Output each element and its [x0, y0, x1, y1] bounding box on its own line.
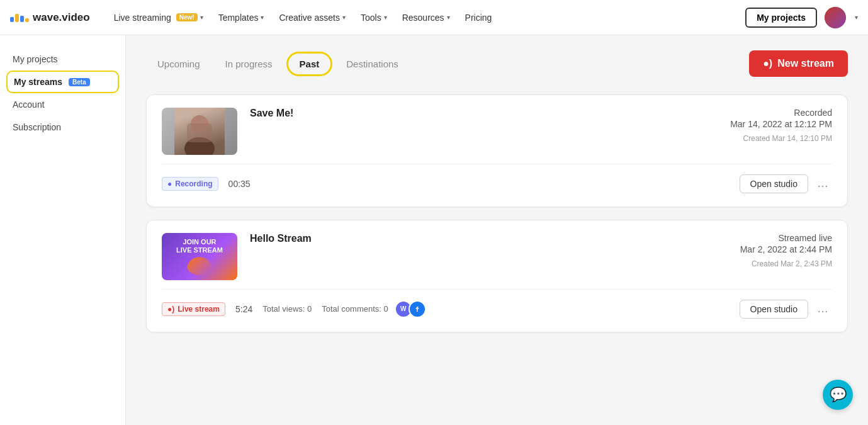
tab-in-progress[interactable]: In progress — [214, 54, 284, 74]
chat-icon: 💬 — [830, 387, 847, 403]
tab-upcoming[interactable]: Upcoming — [146, 54, 211, 74]
tab-past[interactable]: Past — [286, 52, 333, 76]
recording-tag: ● Recording — [162, 177, 218, 191]
nav-creative-assets[interactable]: Creative assets ▾ — [273, 9, 351, 26]
card-meta: Streamed live Mar 2, 2022 at 2:44 PM Cre… — [740, 233, 832, 268]
facebook-icon — [414, 305, 421, 313]
new-stream-button[interactable]: ●) New stream — [749, 50, 848, 77]
stream-duration: 00:35 — [228, 179, 251, 189]
main-content: Upcoming In progress Past Destinations ●… — [126, 35, 868, 425]
nav-tools[interactable]: Tools ▾ — [354, 9, 393, 26]
new-badge: New! — [176, 13, 198, 21]
sidebar-item-my-projects[interactable]: My projects — [0, 48, 125, 71]
tabs: Upcoming In progress Past Destinations — [146, 52, 749, 76]
card-bottom: ● Recording 00:35 Open studio … — [162, 164, 832, 194]
tab-destinations[interactable]: Destinations — [335, 54, 410, 74]
nav-right: My projects ▾ — [745, 7, 858, 28]
logo-text: wave.video — [33, 11, 90, 24]
chevron-down-icon: ▾ — [447, 14, 450, 21]
stream-title: Hello Stream — [250, 233, 740, 244]
stream-status: Streamed live — [740, 233, 832, 243]
logo-icon — [10, 11, 29, 25]
stream-status: Recorded — [730, 108, 832, 118]
platform-icons: W — [398, 300, 426, 318]
person-icon — [181, 114, 218, 155]
more-options-button[interactable]: … — [813, 173, 832, 194]
card-actions: Open studio … — [740, 173, 833, 194]
open-studio-button[interactable]: Open studio — [740, 300, 809, 319]
total-comments-label: Total comments: 0 — [322, 304, 388, 314]
sidebar-item-subscription[interactable]: Subscription — [0, 116, 125, 139]
stream-card: Save Me! Recorded Mar 14, 2022 at 12:12 … — [146, 94, 848, 207]
sidebar-item-account[interactable]: Account — [0, 93, 125, 116]
thumbnail-image — [174, 108, 225, 155]
ellipsis-icon: … — [817, 302, 828, 315]
chevron-down-icon: ▾ — [200, 14, 203, 21]
nav-pricing[interactable]: Pricing — [459, 9, 499, 26]
card-meta: Recorded Mar 14, 2022 at 12:12 PM Create… — [730, 108, 832, 143]
ellipsis-icon: … — [817, 177, 828, 190]
sidebar-item-my-streams[interactable]: My streams Beta — [6, 71, 119, 93]
facebook-platform-icon — [409, 300, 426, 318]
svg-rect-6 — [187, 123, 212, 142]
avatar-button[interactable] — [825, 7, 846, 28]
stream-thumbnail: JOIN OURLIVE STREAM — [162, 233, 237, 280]
sidebar: My projects My streams Beta Account Subs… — [0, 35, 126, 425]
stream-date: Mar 2, 2022 at 2:44 PM — [740, 244, 832, 254]
stream-title: Save Me! — [250, 108, 730, 119]
card-info: Hello Stream — [250, 233, 740, 268]
stream-card: JOIN OURLIVE STREAM Hello Stream Streame… — [146, 220, 848, 332]
card-actions: Open studio … — [740, 298, 833, 319]
my-projects-button[interactable]: My projects — [745, 8, 817, 28]
more-options-button[interactable]: … — [813, 298, 832, 319]
svg-rect-1 — [15, 14, 19, 22]
stream-date: Mar 14, 2022 at 12:12 PM — [730, 119, 832, 129]
card-bottom: ●) Live stream 5:24 Total views: 0 Total… — [162, 289, 832, 319]
chat-button[interactable]: 💬 — [823, 380, 853, 410]
svg-rect-3 — [25, 18, 29, 22]
nav-templates[interactable]: Templates ▾ — [212, 9, 271, 26]
stream-created: Created Mar 14, 12:10 PM — [730, 134, 832, 143]
chevron-down-icon: ▾ — [261, 14, 264, 21]
svg-rect-2 — [20, 16, 24, 22]
stream-created: Created Mar 2, 2:43 PM — [740, 259, 832, 268]
live-broadcast-icon: ●) — [763, 58, 772, 69]
tabs-row: Upcoming In progress Past Destinations ●… — [146, 50, 848, 77]
live-icon: ●) — [167, 305, 174, 314]
open-studio-button[interactable]: Open studio — [740, 174, 809, 193]
stream-duration: 5:24 — [235, 304, 252, 314]
thumbnail-text: JOIN OURLIVE STREAM — [176, 238, 223, 254]
chevron-down-icon: ▾ — [384, 14, 387, 21]
beta-badge: Beta — [69, 78, 90, 86]
avatar-chevron-icon: ▾ — [855, 14, 858, 21]
stream-thumbnail — [162, 108, 237, 155]
recording-icon: ● — [167, 179, 172, 188]
card-info: Save Me! — [250, 108, 730, 143]
card-top: Save Me! Recorded Mar 14, 2022 at 12:12 … — [162, 108, 832, 155]
live-stream-tag: ●) Live stream — [162, 302, 225, 316]
avatar — [825, 7, 846, 28]
nav-live-streaming[interactable]: Live streaming New! ▾ — [108, 9, 210, 26]
nav-resources[interactable]: Resources ▾ — [396, 9, 456, 26]
main-layout: My projects My streams Beta Account Subs… — [0, 35, 868, 425]
card-top-row: Save Me! Recorded Mar 14, 2022 at 12:12 … — [250, 108, 832, 143]
total-views-label: Total views: 0 — [262, 304, 312, 314]
chevron-down-icon: ▾ — [342, 14, 346, 21]
card-top: JOIN OURLIVE STREAM Hello Stream Streame… — [162, 233, 832, 280]
svg-rect-0 — [10, 17, 14, 22]
top-navigation: wave.video Live streaming New! ▾ Templat… — [0, 0, 868, 35]
card-top-row: Hello Stream Streamed live Mar 2, 2022 a… — [250, 233, 832, 268]
logo-link[interactable]: wave.video — [10, 11, 90, 25]
nav-menu: Live streaming New! ▾ Templates ▾ Creati… — [108, 9, 745, 26]
